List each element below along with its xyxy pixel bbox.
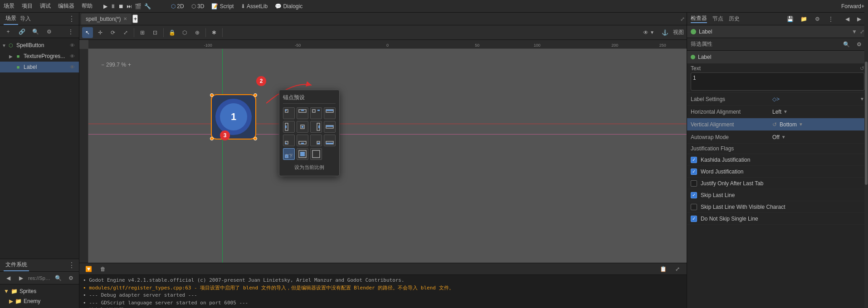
- label-visibility[interactable]: 👁: [70, 64, 77, 70]
- menu-item-debug[interactable]: 调试: [40, 2, 51, 10]
- mode-dialogic-btn[interactable]: 💬 Dialogic: [275, 3, 302, 10]
- tree-item-spellbutton[interactable]: ▼ ⬡ SpellButton 👁: [0, 40, 79, 51]
- mode-script-btn[interactable]: 📝 Script: [211, 3, 234, 10]
- filter-settings-btn[interactable]: ⚙: [44, 26, 54, 37]
- check-kashida-box[interactable]: [691, 157, 697, 163]
- debug-button[interactable]: 🔧: [144, 3, 151, 10]
- play-button[interactable]: ▶: [103, 3, 107, 10]
- file-item-enemy[interactable]: ▶ 📁 Enemy: [0, 296, 79, 306]
- anchor-cell-bw[interactable]: [324, 135, 336, 146]
- prop-v-align-value[interactable]: Bottom ▼: [780, 121, 864, 128]
- anchor-cell-tw[interactable]: [324, 107, 336, 119]
- tab-close[interactable]: ✕: [123, 16, 127, 21]
- node-expand-btn[interactable]: ⤢: [860, 29, 864, 35]
- prop-justification-flags[interactable]: Justification Flags: [687, 144, 868, 154]
- movie-button[interactable]: 🎬: [135, 3, 141, 10]
- anchor-set-current[interactable]: 设为当前比例: [283, 163, 336, 172]
- handle-bl[interactable]: [210, 137, 214, 140]
- prop-v-align[interactable]: Vertical Alignment ↺ Bottom ▼ 1: [687, 118, 868, 131]
- zoom-minus-btn[interactable]: −: [101, 62, 104, 68]
- tool-group[interactable]: ⬡: [179, 27, 190, 38]
- prop-h-align-value[interactable]: Left ▼: [772, 109, 864, 115]
- filter-settings-icon[interactable]: ⚙: [853, 39, 864, 50]
- filter-btn[interactable]: 🔍: [30, 26, 41, 37]
- mode-2d-btn[interactable]: ⬡ 2D: [171, 3, 184, 10]
- handle-tr[interactable]: [254, 93, 257, 97]
- anchor-cell-mw[interactable]: [324, 121, 336, 133]
- mode-assetlib-btn[interactable]: ⬇ AssetLib: [241, 3, 268, 10]
- add-node-btn[interactable]: +: [3, 26, 14, 37]
- file-search-btn[interactable]: 🔍: [53, 273, 63, 284]
- file-panel-menu[interactable]: ⋮: [68, 261, 75, 270]
- spellbutton-visibility[interactable]: 👁: [70, 43, 77, 48]
- label-settings-link[interactable]: ◇>: [772, 96, 780, 102]
- file-settings-btn[interactable]: ⚙: [65, 273, 76, 284]
- anchor-cell-hfull[interactable]: [310, 148, 322, 160]
- console-copy-btn[interactable]: 📋: [658, 264, 668, 274]
- anchor-cell-active[interactable]: 左下: [283, 148, 295, 160]
- tool-select[interactable]: ↖: [82, 27, 93, 38]
- view-btn-main[interactable]: 👁 ▼: [640, 29, 657, 37]
- canvas-node-image[interactable]: 1: [211, 94, 256, 140]
- console-expand-btn[interactable]: ⤢: [672, 264, 683, 274]
- view-label-btn[interactable]: 视图: [673, 27, 684, 38]
- anchor-cell-br[interactable]: [310, 135, 322, 146]
- console-clear-btn[interactable]: 🗑: [98, 264, 108, 274]
- pause-button[interactable]: ⏸: [110, 3, 116, 10]
- inspector-menu-btn[interactable]: ⋮: [825, 14, 836, 24]
- tab-node[interactable]: 节点: [712, 15, 723, 23]
- tool-scale[interactable]: ⤢: [120, 27, 131, 38]
- handle-br[interactable]: [254, 137, 257, 140]
- inspector-back-btn[interactable]: ◀: [842, 14, 853, 24]
- prop-text-value[interactable]: 1: [691, 72, 864, 91]
- menu-item-help[interactable]: 帮助: [82, 2, 93, 10]
- instance-scene-btn[interactable]: 🔗: [16, 26, 27, 37]
- anchor-cell-ml[interactable]: [283, 121, 295, 133]
- inspector-save-btn[interactable]: 💾: [785, 14, 795, 24]
- anchor-cell-tc[interactable]: [297, 107, 308, 119]
- tab-import[interactable]: 导入: [18, 13, 33, 24]
- inspector-scroll-thumb[interactable]: [865, 62, 868, 185]
- check-no-skip-single-box[interactable]: [691, 216, 697, 222]
- anchor-cell-full[interactable]: [297, 148, 308, 160]
- check-justify-after-box[interactable]: [691, 180, 697, 187]
- tree-item-label[interactable]: ▶ ■ Label 👁: [0, 62, 79, 72]
- anchor-cell-mr[interactable]: [310, 121, 322, 133]
- textureprogress-visibility[interactable]: 👁: [70, 53, 77, 59]
- filter-search-icon[interactable]: 🔍: [841, 39, 852, 50]
- prop-v-align-reset[interactable]: ↺: [772, 121, 777, 128]
- tab-history[interactable]: 历史: [729, 15, 740, 23]
- prop-autowrap[interactable]: Autowrap Mode Off ▼: [687, 131, 868, 144]
- inspector-scrollbar[interactable]: [864, 13, 868, 308]
- canvas-area[interactable]: -100 -50 0 50 100 200 250: [79, 40, 687, 263]
- expand-viewport-btn[interactable]: ⤢: [680, 16, 685, 22]
- check-word-box[interactable]: [691, 168, 697, 175]
- tool-pivot[interactable]: ⊕: [192, 27, 203, 38]
- inspector-settings-btn[interactable]: ⚙: [812, 14, 823, 24]
- tool-move[interactable]: ✛: [95, 27, 106, 38]
- anchor-cell-bl[interactable]: [283, 135, 295, 146]
- menu-item-scene[interactable]: 场景: [4, 2, 15, 10]
- inspector-forward-btn[interactable]: ▶: [853, 14, 864, 24]
- zoom-plus-btn[interactable]: +: [128, 62, 131, 68]
- prop-label-settings[interactable]: Label Settings ◇> ▼: [687, 93, 868, 106]
- tab-scene[interactable]: 场景: [4, 13, 18, 25]
- tool-snap[interactable]: ⊞: [137, 27, 148, 38]
- file-forward-btn[interactable]: ▶: [15, 273, 26, 284]
- anchor-cell-tl[interactable]: [283, 107, 295, 119]
- check-skip-last-box[interactable]: [691, 192, 697, 198]
- check-skip-last-visible-box[interactable]: [691, 204, 697, 210]
- anchor-cell-mc[interactable]: [297, 121, 308, 133]
- tab-inspector[interactable]: 检查器: [691, 14, 707, 23]
- viewport-tab-main[interactable]: spell_button(*) ✕: [81, 14, 132, 24]
- scene-panel-menu[interactable]: ⋮: [68, 14, 75, 23]
- stop-button[interactable]: ⏹: [118, 3, 124, 10]
- tool-lock[interactable]: 🔒: [166, 27, 177, 38]
- tree-item-textureprogress[interactable]: ▶ ■ TextureProgres... 👁: [0, 51, 79, 62]
- console-filter-btn[interactable]: 🔽: [83, 264, 94, 274]
- tool-grid[interactable]: ⊡: [150, 27, 161, 38]
- tab-filesystem[interactable]: 文件系统: [4, 259, 29, 271]
- anchor-cell-bc[interactable]: [297, 135, 308, 146]
- step-button[interactable]: ⏭: [127, 3, 132, 10]
- menu-item-project[interactable]: 项目: [22, 2, 33, 10]
